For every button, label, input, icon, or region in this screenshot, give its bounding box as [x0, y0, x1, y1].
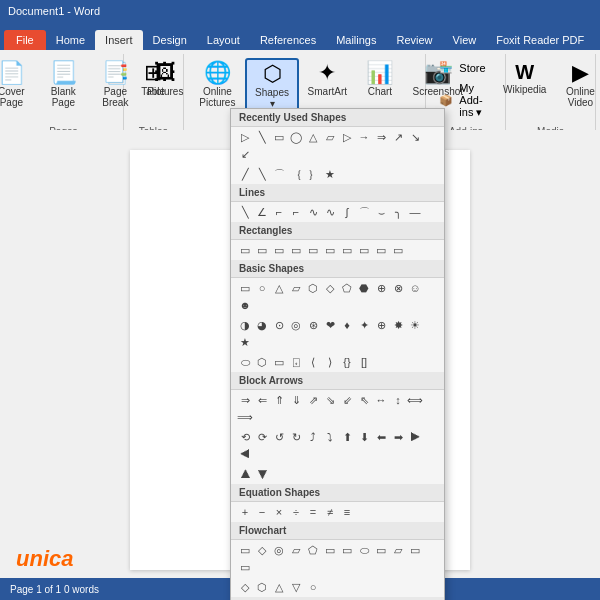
tab-view[interactable]: View: [443, 30, 487, 50]
shape-item[interactable]: ↻: [288, 429, 304, 445]
shape-item[interactable]: ⇘: [322, 392, 338, 408]
tab-design[interactable]: Design: [143, 30, 197, 50]
tab-layout[interactable]: Layout: [197, 30, 250, 50]
shape-item[interactable]: ↘: [407, 129, 423, 145]
shape-item[interactable]: ▷: [339, 129, 355, 145]
shape-item[interactable]: ⇒: [237, 392, 253, 408]
shape-item[interactable]: ⌒: [271, 166, 287, 182]
shape-item[interactable]: ⇗: [305, 392, 321, 408]
shape-item[interactable]: ⟳: [254, 429, 270, 445]
shape-item[interactable]: ⌣: [373, 204, 389, 220]
shape-item[interactable]: ↕: [390, 392, 406, 408]
shape-item[interactable]: ≠: [322, 504, 338, 520]
shape-item[interactable]: ⇐: [254, 392, 270, 408]
shape-item[interactable]: ⬭: [356, 542, 372, 558]
shape-item[interactable]: []: [356, 354, 372, 370]
shape-item[interactable]: ⯅: [237, 466, 253, 482]
shape-item[interactable]: ⬅: [373, 429, 389, 445]
wikipedia-btn[interactable]: W Wikipedia: [497, 58, 552, 99]
shape-item[interactable]: ◎: [288, 317, 304, 333]
shape-item[interactable]: ⯆: [254, 466, 270, 482]
online-video-btn[interactable]: ▶ OnlineVideo: [556, 58, 600, 112]
shape-item[interactable]: ⊕: [373, 280, 389, 296]
shape-item[interactable]: ◎: [271, 542, 287, 558]
shape-item[interactable]: ◕: [254, 317, 270, 333]
shape-item[interactable]: ▭: [322, 542, 338, 558]
shape-item[interactable]: ⬡: [305, 280, 321, 296]
shape-item[interactable]: ⊗: [390, 280, 406, 296]
shape-item[interactable]: ◑: [237, 317, 253, 333]
shape-item[interactable]: ○: [305, 579, 321, 595]
tab-mailings[interactable]: Mailings: [326, 30, 386, 50]
shape-item[interactable]: ➡: [390, 429, 406, 445]
shape-item[interactable]: ⬡: [254, 354, 270, 370]
shape-item[interactable]: ⟩: [322, 354, 338, 370]
shape-item[interactable]: ▭: [271, 354, 287, 370]
shape-item[interactable]: ⟺: [407, 392, 423, 408]
blank-page-btn[interactable]: 📃 BlankPage: [39, 58, 87, 112]
shape-item[interactable]: ▽: [288, 579, 304, 595]
shape-item[interactable]: ▭: [373, 542, 389, 558]
tab-review[interactable]: Review: [387, 30, 443, 50]
shape-item[interactable]: ⇑: [271, 392, 287, 408]
shape-item[interactable]: ▭: [322, 242, 338, 258]
shape-item[interactable]: ○: [254, 280, 270, 296]
store-btn[interactable]: 🏪 Store: [434, 58, 490, 77]
shape-item[interactable]: ╲: [254, 166, 270, 182]
shape-item[interactable]: ⊕: [373, 317, 389, 333]
shape-item[interactable]: ⊙: [271, 317, 287, 333]
shape-item[interactable]: →: [356, 129, 372, 145]
shape-item[interactable]: ⬠: [305, 542, 321, 558]
shape-item[interactable]: ⟨: [305, 354, 321, 370]
shape-item[interactable]: {}: [339, 354, 355, 370]
shape-item[interactable]: ▭: [390, 242, 406, 258]
shape-item[interactable]: ▭: [356, 242, 372, 258]
shape-item[interactable]: ↙: [237, 146, 253, 162]
pictures-btn[interactable]: 🖼 Pictures: [141, 58, 189, 101]
shape-item[interactable]: ⬭: [237, 354, 253, 370]
shapes-btn[interactable]: ⬡ Shapes ▾: [245, 58, 298, 114]
shape-item[interactable]: ⇓: [288, 392, 304, 408]
shape-item[interactable]: ◯: [288, 129, 304, 145]
shape-item[interactable]: ⌐: [288, 204, 304, 220]
shape-item[interactable]: ▭: [288, 242, 304, 258]
tab-references[interactable]: References: [250, 30, 326, 50]
shape-item[interactable]: ★: [237, 334, 253, 350]
shape-item[interactable]: ╲: [254, 129, 270, 145]
shape-item[interactable]: ⬇: [356, 429, 372, 445]
shape-item[interactable]: ⬠: [339, 280, 355, 296]
shape-item[interactable]: ▭: [237, 280, 253, 296]
shape-item[interactable]: ⟲: [237, 429, 253, 445]
shape-item[interactable]: ▭: [305, 242, 321, 258]
shape-item[interactable]: ◇: [254, 542, 270, 558]
shape-item[interactable]: ⯇: [237, 446, 253, 462]
shape-item[interactable]: △: [305, 129, 321, 145]
shape-item[interactable]: ⯈: [407, 429, 423, 445]
shape-item[interactable]: ⬆: [339, 429, 355, 445]
shape-item[interactable]: ▭: [271, 129, 287, 145]
shape-item[interactable]: −: [254, 504, 270, 520]
shape-item[interactable]: ≡: [339, 504, 355, 520]
shape-item[interactable]: ⬡: [254, 579, 270, 595]
shape-item[interactable]: ☻: [237, 297, 253, 313]
shape-item[interactable]: ｝: [305, 166, 321, 182]
shape-item[interactable]: ▭: [407, 542, 423, 558]
shape-item[interactable]: ×: [271, 504, 287, 520]
shape-item[interactable]: ▭: [237, 542, 253, 558]
shape-item[interactable]: ∿: [322, 204, 338, 220]
shape-item[interactable]: ⌒: [356, 204, 372, 220]
shape-item[interactable]: △: [271, 579, 287, 595]
shape-item[interactable]: ⟹: [237, 409, 253, 425]
shape-item[interactable]: ∿: [305, 204, 321, 220]
shape-item[interactable]: +: [237, 504, 253, 520]
shape-item[interactable]: ⇒: [373, 129, 389, 145]
shape-item[interactable]: ⤴: [305, 429, 321, 445]
shape-item[interactable]: ◇: [237, 579, 253, 595]
shape-item[interactable]: ⤵: [322, 429, 338, 445]
cover-page-btn[interactable]: 📄 CoverPage: [0, 58, 35, 112]
shape-item[interactable]: ▭: [339, 542, 355, 558]
shape-item[interactable]: ∫: [339, 204, 355, 220]
shape-item[interactable]: ∠: [254, 204, 270, 220]
shape-item[interactable]: ⇖: [356, 392, 372, 408]
tab-insert[interactable]: Insert: [95, 30, 143, 50]
